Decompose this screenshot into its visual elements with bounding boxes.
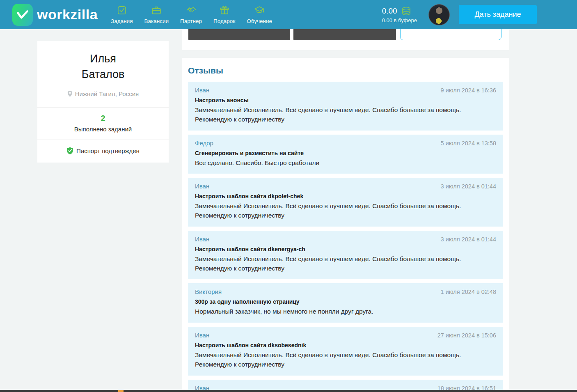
shield-check-icon — [66, 147, 73, 155]
graduation-cap-icon — [254, 5, 265, 16]
review-item: Иван 3 июля 2024 в 01:44 Настроить шабло… — [188, 231, 503, 280]
review-author[interactable]: Федор — [195, 140, 213, 147]
review-header: Иван 9 июля 2024 в 16:36 — [195, 87, 496, 94]
handshake-icon — [186, 5, 197, 16]
nav-item-education[interactable]: Обучение — [247, 5, 272, 24]
check-square-icon — [117, 5, 127, 16]
review-date: 3 июля 2024 в 01:44 — [441, 236, 496, 243]
review-author[interactable]: Иван — [195, 236, 209, 243]
review-task-title: Настроить шаблон сайта dkenergya-ch — [195, 246, 496, 252]
balance-widget[interactable]: 0.00 0.00 в буфере — [382, 6, 417, 23]
footer-edge-accent — [118, 390, 124, 392]
review-text: Замечательный Исполнитель. Всё сделано в… — [195, 202, 496, 220]
reviews-list: Иван 9 июля 2024 в 16:36 Настроить анонс… — [188, 82, 503, 392]
review-text: Замечательный Исполнитель. Всё сделано в… — [195, 254, 496, 273]
top-header: workzilla Задания Вакансии Партнер Подар… — [0, 0, 577, 29]
review-text: Замечательный Исполнитель. Всё сделано в… — [195, 351, 496, 369]
footer-edge — [0, 390, 577, 392]
review-date: 1 июля 2024 в 02:48 — [441, 289, 496, 295]
review-author[interactable]: Иван — [195, 332, 209, 339]
review-task-title: Настроить шаблон сайта dkpolet-chek — [195, 193, 496, 199]
nav-item-gift[interactable]: Подарок — [213, 5, 235, 24]
header-right: 0.00 0.00 в буфере Дать задание — [382, 0, 537, 29]
workzilla-logo-icon — [12, 4, 33, 26]
workzilla-logo[interactable]: workzilla — [12, 4, 98, 26]
nav-item-partner[interactable]: Партнер — [180, 5, 202, 24]
profile-first-name: Илья — [41, 51, 165, 66]
review-task-title: Настроить анонсы — [195, 97, 496, 103]
profile-identity-section: Илья Баталов Нижний Тагил, Россия — [37, 41, 169, 107]
review-header: Федор 5 июля 2024 в 13:58 — [195, 140, 496, 147]
review-text: Нормальный заказчик, но мы немного не по… — [195, 307, 496, 316]
briefcase-icon — [151, 5, 162, 16]
avatar[interactable] — [428, 4, 450, 25]
profile-location: Нижний Тагил, Россия — [41, 90, 165, 97]
review-header: Иван 3 июля 2024 в 01:44 — [195, 236, 496, 243]
coins-icon — [401, 6, 412, 16]
brand-name: workzilla — [37, 7, 98, 23]
review-task-title: Настроить шаблон сайта dksobesednik — [195, 342, 496, 348]
nav-label: Вакансии — [144, 18, 169, 24]
profile-name: Илья Баталов — [41, 51, 165, 82]
nav-label: Подарок — [213, 18, 235, 24]
review-item: Виктория 1 июля 2024 в 02:48 300р за одн… — [188, 283, 503, 323]
profile-tasks-section: 2 Выполнено заданий — [37, 107, 169, 140]
nav-label: Обучение — [247, 18, 272, 24]
review-header: Иван 27 июня 2024 в 15:06 — [195, 332, 496, 339]
review-date: 9 июля 2024 в 16:36 — [441, 87, 496, 94]
gift-icon — [219, 5, 230, 16]
profile-last-name: Баталов — [41, 66, 165, 82]
location-pin-icon — [67, 90, 73, 97]
reviews-title: Отзывы — [188, 66, 503, 76]
review-date: 5 июля 2024 в 13:58 — [441, 140, 496, 147]
review-item: Иван 3 июля 2024 в 01:44 Настроить шабло… — [188, 178, 503, 227]
review-item: Иван 27 июня 2024 в 15:06 Настроить шабл… — [188, 327, 503, 376]
tasks-label: Выполнено заданий — [41, 126, 165, 133]
nav-label: Партнер — [180, 18, 202, 24]
nav-item-vacancies[interactable]: Вакансии — [144, 5, 169, 24]
profile-location-text: Нижний Тагил, Россия — [75, 90, 139, 97]
profile-passport-section: Паспорт подтвержден — [37, 140, 169, 163]
review-author[interactable]: Иван — [195, 87, 209, 94]
review-header: Виктория 1 июля 2024 в 02:48 — [195, 288, 496, 295]
review-text: Все сделано. Спасибо. Быстро сработали — [195, 158, 496, 168]
tasks-count: 2 — [41, 114, 165, 123]
balance-buffer: 0.00 в буфере — [382, 17, 417, 23]
balance-amount: 0.00 — [382, 7, 397, 16]
reviews-card: Отзывы Иван 9 июля 2024 в 16:36 Настроит… — [182, 58, 509, 392]
passport-status: Паспорт подтвержден — [41, 147, 165, 155]
profile-card: Илья Баталов Нижний Тагил, Россия 2 Выпо… — [37, 41, 169, 163]
review-author[interactable]: Иван — [195, 183, 209, 190]
review-item: Федор 5 июля 2024 в 13:58 Сгенерировать … — [188, 135, 503, 174]
give-task-button[interactable]: Дать задание — [459, 5, 537, 24]
review-item: Иван 9 июля 2024 в 16:36 Настроить анонс… — [188, 82, 503, 131]
review-date: 3 июля 2024 в 01:44 — [441, 183, 496, 190]
review-text: Замечательный Исполнитель. Всё сделано в… — [195, 105, 496, 124]
workzilla-profile-page: { "header": { "brand": "workzilla", "nav… — [0, 0, 577, 392]
review-task-title: 300р за одну наполненную страницу — [195, 298, 496, 305]
review-task-title: Сгенерировать и разместить на сайте — [195, 150, 496, 156]
nav-item-tasks[interactable]: Задания — [111, 5, 133, 24]
nav-label: Задания — [111, 18, 133, 24]
passport-label: Паспорт подтвержден — [76, 147, 140, 154]
review-header: Иван 3 июля 2024 в 01:44 — [195, 183, 496, 190]
review-date: 27 июня 2024 в 15:06 — [437, 332, 496, 339]
review-author[interactable]: Виктория — [195, 288, 222, 295]
main-nav: Задания Вакансии Партнер Подарок Обучени… — [111, 5, 272, 24]
